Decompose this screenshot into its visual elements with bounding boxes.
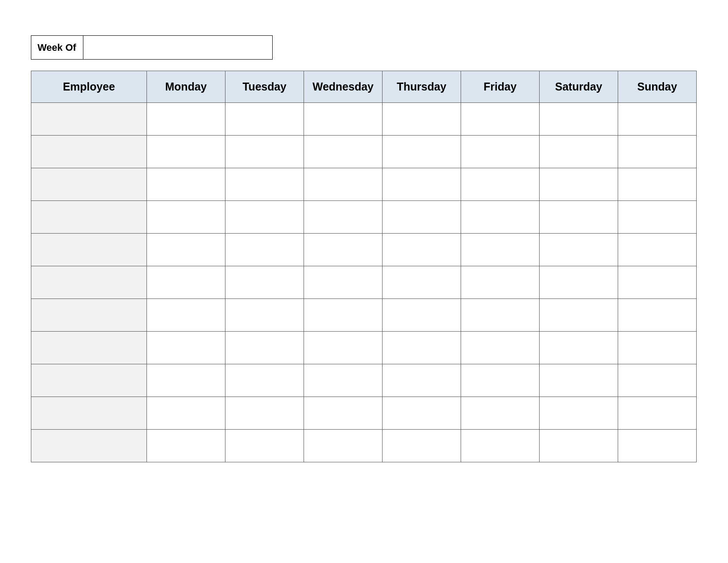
cell-employee[interactable] [31,364,147,397]
cell-mon[interactable] [147,430,225,462]
cell-employee[interactable] [31,103,147,136]
cell-sat[interactable] [540,332,618,364]
cell-sat[interactable] [540,266,618,299]
cell-sat[interactable] [540,430,618,462]
cell-employee[interactable] [31,234,147,266]
cell-thu[interactable] [383,168,461,201]
cell-tue[interactable] [225,364,304,397]
cell-mon[interactable] [147,266,225,299]
cell-sat[interactable] [540,201,618,234]
cell-sun[interactable] [618,201,697,234]
cell-tue[interactable] [225,266,304,299]
cell-fri[interactable] [461,234,540,266]
cell-tue[interactable] [225,103,304,136]
cell-fri[interactable] [461,266,540,299]
cell-sat[interactable] [540,168,618,201]
cell-fri[interactable] [461,103,540,136]
cell-sat[interactable] [540,364,618,397]
cell-mon[interactable] [147,332,225,364]
cell-sun[interactable] [618,168,697,201]
cell-fri[interactable] [461,299,540,332]
cell-tue[interactable] [225,397,304,430]
cell-employee[interactable] [31,266,147,299]
cell-sat[interactable] [540,136,618,168]
header-friday: Friday [461,71,540,103]
cell-tue[interactable] [225,299,304,332]
cell-sat[interactable] [540,299,618,332]
cell-thu[interactable] [383,299,461,332]
cell-mon[interactable] [147,103,225,136]
cell-employee[interactable] [31,397,147,430]
cell-fri[interactable] [461,332,540,364]
week-of-row: Week Of [31,35,697,60]
cell-tue[interactable] [225,332,304,364]
cell-wed[interactable] [304,168,383,201]
week-of-input[interactable] [83,35,273,60]
cell-wed[interactable] [304,266,383,299]
cell-mon[interactable] [147,201,225,234]
cell-sat[interactable] [540,397,618,430]
cell-wed[interactable] [304,136,383,168]
cell-sun[interactable] [618,430,697,462]
cell-thu[interactable] [383,332,461,364]
cell-thu[interactable] [383,136,461,168]
cell-wed[interactable] [304,364,383,397]
cell-employee[interactable] [31,168,147,201]
table-row [31,397,697,430]
cell-sun[interactable] [618,136,697,168]
cell-wed[interactable] [304,332,383,364]
cell-tue[interactable] [225,136,304,168]
cell-thu[interactable] [383,364,461,397]
cell-wed[interactable] [304,103,383,136]
cell-tue[interactable] [225,201,304,234]
cell-wed[interactable] [304,430,383,462]
cell-wed[interactable] [304,299,383,332]
cell-sun[interactable] [618,332,697,364]
table-row [31,364,697,397]
cell-employee[interactable] [31,299,147,332]
cell-fri[interactable] [461,397,540,430]
cell-mon[interactable] [147,136,225,168]
cell-thu[interactable] [383,103,461,136]
cell-employee[interactable] [31,136,147,168]
cell-employee[interactable] [31,201,147,234]
cell-sun[interactable] [618,266,697,299]
cell-fri[interactable] [461,168,540,201]
cell-mon[interactable] [147,234,225,266]
cell-thu[interactable] [383,201,461,234]
cell-thu[interactable] [383,397,461,430]
cell-sat[interactable] [540,234,618,266]
cell-mon[interactable] [147,168,225,201]
cell-thu[interactable] [383,266,461,299]
table-row [31,168,697,201]
table-row [31,103,697,136]
cell-mon[interactable] [147,299,225,332]
cell-wed[interactable] [304,201,383,234]
cell-sun[interactable] [618,299,697,332]
cell-thu[interactable] [383,234,461,266]
cell-thu[interactable] [383,430,461,462]
cell-fri[interactable] [461,430,540,462]
table-row [31,332,697,364]
week-of-label: Week Of [31,35,83,60]
cell-tue[interactable] [225,234,304,266]
cell-fri[interactable] [461,136,540,168]
cell-mon[interactable] [147,364,225,397]
cell-employee[interactable] [31,430,147,462]
cell-fri[interactable] [461,201,540,234]
cell-wed[interactable] [304,234,383,266]
cell-fri[interactable] [461,364,540,397]
schedule-body [31,103,697,462]
cell-sat[interactable] [540,103,618,136]
cell-mon[interactable] [147,397,225,430]
table-row [31,266,697,299]
cell-employee[interactable] [31,332,147,364]
table-row [31,430,697,462]
cell-sun[interactable] [618,397,697,430]
cell-tue[interactable] [225,430,304,462]
cell-sun[interactable] [618,234,697,266]
cell-tue[interactable] [225,168,304,201]
cell-wed[interactable] [304,397,383,430]
cell-sun[interactable] [618,364,697,397]
cell-sun[interactable] [618,103,697,136]
